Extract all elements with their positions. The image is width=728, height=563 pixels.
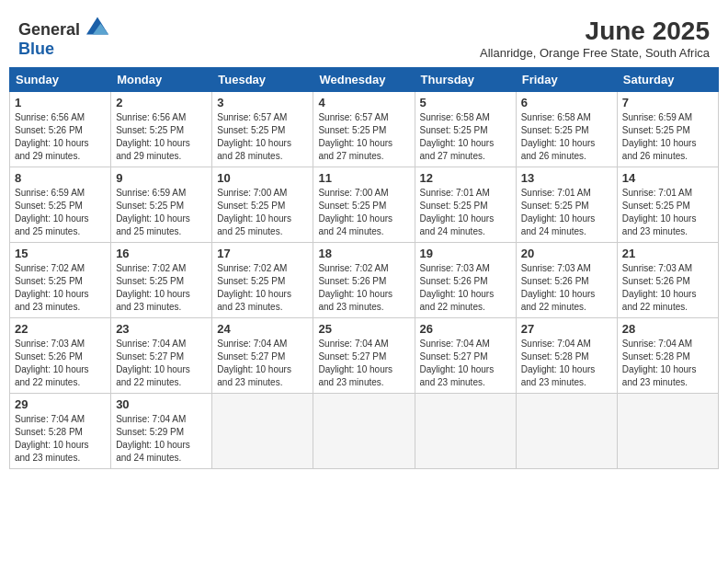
calendar-day-cell: 27Sunrise: 7:04 AMSunset: 5:28 PMDayligh… (516, 318, 617, 394)
calendar-day-cell: 17Sunrise: 7:02 AMSunset: 5:25 PMDayligh… (212, 243, 313, 318)
calendar-day-cell: 11Sunrise: 7:00 AMSunset: 5:25 PMDayligh… (313, 167, 415, 243)
col-monday: Monday (111, 68, 212, 92)
calendar-week-row: 29Sunrise: 7:04 AMSunset: 5:28 PMDayligh… (10, 394, 719, 469)
weekday-header-row: Sunday Monday Tuesday Wednesday Thursday… (10, 68, 719, 92)
calendar-day-cell: 21Sunrise: 7:03 AMSunset: 5:26 PMDayligh… (617, 243, 718, 318)
calendar-day-cell: 14Sunrise: 7:01 AMSunset: 5:25 PMDayligh… (617, 167, 718, 243)
day-info: Sunrise: 7:01 AMSunset: 5:25 PMDaylight:… (420, 187, 511, 238)
day-info: Sunrise: 7:00 AMSunset: 5:25 PMDaylight:… (217, 187, 308, 238)
day-number: 2 (116, 96, 207, 109)
month-title: June 2025 (480, 17, 710, 46)
day-info: Sunrise: 6:59 AMSunset: 5:25 PMDaylight:… (116, 187, 207, 238)
col-wednesday: Wednesday (313, 68, 415, 92)
calendar-day-cell (313, 394, 415, 469)
calendar: Sunday Monday Tuesday Wednesday Thursday… (9, 67, 719, 469)
day-number: 3 (217, 96, 308, 109)
calendar-day-cell: 8Sunrise: 6:59 AMSunset: 5:25 PMDaylight… (10, 167, 111, 243)
calendar-body: 1Sunrise: 6:56 AMSunset: 5:26 PMDaylight… (10, 92, 719, 469)
calendar-day-cell: 24Sunrise: 7:04 AMSunset: 5:27 PMDayligh… (212, 318, 313, 394)
day-info: Sunrise: 7:04 AMSunset: 5:28 PMDaylight:… (15, 413, 106, 465)
day-info: Sunrise: 7:03 AMSunset: 5:26 PMDaylight:… (15, 338, 106, 389)
day-number: 4 (318, 96, 409, 109)
header: General Blue June 2025 Allanridge, Orang… (9, 9, 719, 63)
day-info: Sunrise: 7:01 AMSunset: 5:25 PMDaylight:… (521, 187, 612, 238)
day-info: Sunrise: 7:04 AMSunset: 5:29 PMDaylight:… (116, 413, 207, 465)
calendar-day-cell: 29Sunrise: 7:04 AMSunset: 5:28 PMDayligh… (10, 394, 111, 469)
day-number: 12 (420, 171, 511, 185)
day-number: 25 (318, 322, 409, 336)
day-info: Sunrise: 7:04 AMSunset: 5:27 PMDaylight:… (217, 338, 308, 389)
calendar-day-cell: 2Sunrise: 6:56 AMSunset: 5:25 PMDaylight… (111, 92, 212, 167)
calendar-day-cell: 25Sunrise: 7:04 AMSunset: 5:27 PMDayligh… (313, 318, 415, 394)
calendar-day-cell (212, 394, 313, 469)
calendar-day-cell (415, 394, 516, 469)
calendar-day-cell: 4Sunrise: 6:57 AMSunset: 5:25 PMDaylight… (313, 92, 415, 167)
day-number: 23 (116, 322, 207, 336)
calendar-day-cell: 23Sunrise: 7:04 AMSunset: 5:27 PMDayligh… (111, 318, 212, 394)
calendar-day-cell: 10Sunrise: 7:00 AMSunset: 5:25 PMDayligh… (212, 167, 313, 243)
calendar-day-cell: 13Sunrise: 7:01 AMSunset: 5:25 PMDayligh… (516, 167, 617, 243)
day-number: 14 (622, 171, 713, 185)
calendar-day-cell: 20Sunrise: 7:03 AMSunset: 5:26 PMDayligh… (516, 243, 617, 318)
calendar-day-cell: 12Sunrise: 7:01 AMSunset: 5:25 PMDayligh… (415, 167, 516, 243)
day-info: Sunrise: 7:03 AMSunset: 5:26 PMDaylight:… (622, 262, 713, 314)
calendar-day-cell: 15Sunrise: 7:02 AMSunset: 5:25 PMDayligh… (10, 243, 111, 318)
day-info: Sunrise: 7:04 AMSunset: 5:27 PMDaylight:… (318, 338, 409, 389)
calendar-day-cell: 7Sunrise: 6:59 AMSunset: 5:25 PMDaylight… (617, 92, 718, 167)
day-number: 24 (217, 322, 308, 336)
calendar-day-cell (617, 394, 718, 469)
day-info: Sunrise: 6:56 AMSunset: 5:26 PMDaylight:… (15, 111, 106, 163)
day-number: 20 (521, 247, 612, 260)
day-number: 29 (15, 397, 106, 411)
day-number: 15 (15, 247, 106, 260)
day-info: Sunrise: 7:02 AMSunset: 5:25 PMDaylight:… (116, 262, 207, 314)
calendar-day-cell: 5Sunrise: 6:58 AMSunset: 5:25 PMDaylight… (415, 92, 516, 167)
day-info: Sunrise: 7:02 AMSunset: 5:26 PMDaylight:… (318, 262, 409, 314)
day-number: 10 (217, 171, 308, 185)
day-number: 18 (318, 247, 409, 260)
calendar-day-cell: 1Sunrise: 6:56 AMSunset: 5:26 PMDaylight… (10, 92, 111, 167)
calendar-day-cell: 28Sunrise: 7:04 AMSunset: 5:28 PMDayligh… (617, 318, 718, 394)
day-number: 7 (622, 96, 713, 109)
day-info: Sunrise: 6:58 AMSunset: 5:25 PMDaylight:… (420, 111, 511, 163)
col-tuesday: Tuesday (212, 68, 313, 92)
day-number: 22 (15, 322, 106, 336)
day-info: Sunrise: 6:57 AMSunset: 5:25 PMDaylight:… (217, 111, 308, 163)
day-number: 27 (521, 322, 612, 336)
day-number: 8 (15, 171, 106, 185)
day-info: Sunrise: 7:03 AMSunset: 5:26 PMDaylight:… (420, 262, 511, 314)
day-number: 11 (318, 171, 409, 185)
calendar-week-row: 22Sunrise: 7:03 AMSunset: 5:26 PMDayligh… (10, 318, 719, 394)
calendar-week-row: 8Sunrise: 6:59 AMSunset: 5:25 PMDaylight… (10, 167, 719, 243)
day-number: 17 (217, 247, 308, 260)
day-info: Sunrise: 6:59 AMSunset: 5:25 PMDaylight:… (15, 187, 106, 238)
day-number: 16 (116, 247, 207, 260)
day-info: Sunrise: 7:04 AMSunset: 5:28 PMDaylight:… (622, 338, 713, 389)
calendar-day-cell: 3Sunrise: 6:57 AMSunset: 5:25 PMDaylight… (212, 92, 313, 167)
title-area: June 2025 Allanridge, Orange Free State,… (480, 17, 710, 60)
day-info: Sunrise: 7:00 AMSunset: 5:25 PMDaylight:… (318, 187, 409, 238)
day-info: Sunrise: 7:01 AMSunset: 5:25 PMDaylight:… (622, 187, 713, 238)
day-number: 9 (116, 171, 207, 185)
calendar-day-cell: 30Sunrise: 7:04 AMSunset: 5:29 PMDayligh… (111, 394, 212, 469)
day-number: 19 (420, 247, 511, 260)
logo-text: General Blue (18, 17, 108, 59)
logo-icon (86, 17, 108, 35)
day-info: Sunrise: 7:02 AMSunset: 5:25 PMDaylight:… (15, 262, 106, 314)
day-info: Sunrise: 7:04 AMSunset: 5:27 PMDaylight:… (116, 338, 207, 389)
day-info: Sunrise: 7:02 AMSunset: 5:25 PMDaylight:… (217, 262, 308, 314)
day-number: 30 (116, 397, 207, 411)
logo-general: General (18, 20, 80, 39)
calendar-day-cell: 22Sunrise: 7:03 AMSunset: 5:26 PMDayligh… (10, 318, 111, 394)
day-number: 5 (420, 96, 511, 109)
col-sunday: Sunday (10, 68, 111, 92)
calendar-day-cell: 9Sunrise: 6:59 AMSunset: 5:25 PMDaylight… (111, 167, 212, 243)
day-number: 26 (420, 322, 511, 336)
day-number: 6 (521, 96, 612, 109)
logo-blue: Blue (18, 40, 54, 58)
col-thursday: Thursday (415, 68, 516, 92)
calendar-day-cell: 6Sunrise: 6:58 AMSunset: 5:25 PMDaylight… (516, 92, 617, 167)
day-info: Sunrise: 6:56 AMSunset: 5:25 PMDaylight:… (116, 111, 207, 163)
calendar-day-cell: 19Sunrise: 7:03 AMSunset: 5:26 PMDayligh… (415, 243, 516, 318)
day-info: Sunrise: 6:59 AMSunset: 5:25 PMDaylight:… (622, 111, 713, 163)
